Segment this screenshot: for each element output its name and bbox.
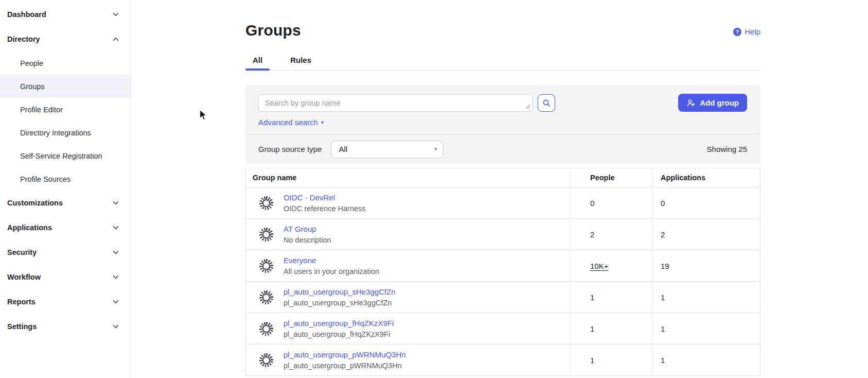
tab-bar: All Rules: [245, 51, 760, 71]
group-icon: [259, 196, 273, 210]
sidebar-item-label: Settings: [7, 322, 37, 331]
group-icon: [259, 322, 273, 336]
sidebar: Dashboard Directory People Groups Profil…: [0, 0, 131, 378]
sidebar-item-settings[interactable]: Settings: [0, 314, 131, 339]
group-name-link[interactable]: pl_auto_usergroup_sHe3ggCfZn: [284, 287, 396, 296]
applications-count: 1: [652, 282, 760, 313]
table-row: pl_auto_usergroup_sHe3ggCfZn pl_auto_use…: [246, 282, 760, 313]
search-icon: [542, 99, 551, 107]
chevron-down-icon: [112, 199, 119, 207]
group-name-link[interactable]: AT Group: [284, 225, 331, 233]
table-row: pl_auto_usergroup_pWRNMuQ3Hn pl_auto_use…: [246, 345, 760, 376]
group-name-link[interactable]: OIDC - DevRel: [284, 193, 366, 202]
chevron-up-icon: [112, 36, 119, 43]
help-label: Help: [745, 27, 760, 36]
table-header-row: Group name People Applications: [246, 168, 760, 187]
people-count: 2: [569, 219, 652, 250]
group-source-type-label: Group source type: [258, 145, 322, 153]
chevron-down-icon: [112, 249, 119, 256]
tab-all[interactable]: All: [245, 51, 270, 70]
sidebar-item-label: People: [20, 59, 43, 67]
table-row: pl_auto_usergroup_fHqZKzX9Fi pl_auto_use…: [246, 313, 760, 345]
add-group-icon: [686, 98, 696, 108]
sidebar-item-reports[interactable]: Reports: [0, 289, 131, 314]
page-title: Groups: [245, 22, 760, 39]
chevron-down-icon: [112, 224, 119, 231]
sidebar-item-dashboard[interactable]: Dashboard: [0, 2, 131, 27]
sidebar-item-label: Reports: [7, 298, 36, 306]
column-header-group-name: Group name: [246, 168, 569, 187]
people-count: 1: [569, 282, 652, 313]
sidebar-item-directory[interactable]: Directory: [0, 27, 131, 51]
caret-down-icon: ▾: [321, 119, 324, 125]
sidebar-item-label: Applications: [7, 224, 52, 232]
add-group-button[interactable]: Add group: [678, 94, 747, 112]
group-name-link[interactable]: pl_auto_usergroup_fHqZKzX9Fi: [284, 319, 394, 328]
advanced-search-link[interactable]: Advanced search ▾: [258, 118, 324, 127]
applications-count: 1: [652, 313, 760, 344]
sidebar-item-security[interactable]: Security: [0, 240, 131, 265]
dropdown-value: All: [339, 145, 347, 153]
chevron-down-icon: [112, 11, 119, 18]
applications-count: 1: [652, 345, 760, 375]
sidebar-item-applications[interactable]: Applications: [0, 215, 131, 240]
sidebar-item-label: Groups: [20, 82, 45, 91]
column-header-applications: Applications: [652, 168, 760, 187]
group-name-link[interactable]: pl_auto_usergroup_pWRNMuQ3Hn: [284, 350, 406, 359]
sidebar-item-label: Directory Integrations: [20, 129, 91, 137]
main-content: ? Help Groups All Rules Add group: [131, 0, 868, 378]
people-count: 0: [569, 187, 652, 218]
sidebar-item-workflow[interactable]: Workflow: [0, 265, 131, 289]
filter-row: Group source type All ▾ Showing 25: [245, 134, 760, 164]
group-icon: [259, 228, 273, 242]
sidebar-item-label: Security: [7, 248, 37, 256]
tab-rules[interactable]: Rules: [283, 51, 318, 70]
table-row: AT Group No description 2 2: [246, 219, 760, 250]
search-section: Add group Advanced search ▾: [245, 85, 760, 134]
sidebar-item-customizations[interactable]: Customizations: [0, 191, 131, 215]
table-row: OIDC - DevRel OIDC reference Harness 0 0: [246, 187, 760, 219]
search-button[interactable]: [538, 94, 555, 112]
sidebar-item-directory-integrations[interactable]: Directory Integrations: [0, 121, 131, 144]
advanced-search-label: Advanced search: [258, 118, 318, 127]
sidebar-item-label: Profile Editor: [20, 106, 63, 114]
sidebar-item-profile-sources[interactable]: Profile Sources: [0, 167, 131, 191]
sidebar-item-label: Customizations: [7, 199, 63, 207]
sidebar-item-label: Profile Sources: [20, 175, 70, 183]
chevron-down-icon: [112, 323, 119, 330]
sidebar-item-groups[interactable]: Groups: [0, 75, 131, 98]
search-input[interactable]: [258, 94, 533, 112]
applications-count: 19: [652, 250, 760, 281]
groups-table: Group name People Applications OIDC - De…: [245, 168, 760, 376]
group-description: pl_auto_usergroup_pWRNMuQ3Hn: [284, 362, 406, 370]
group-name-link[interactable]: Everyone: [284, 256, 379, 265]
filter-panel: Add group Advanced search ▾ Group source…: [245, 85, 760, 164]
column-header-people: People: [569, 168, 652, 187]
resize-grip-icon[interactable]: [525, 104, 530, 109]
applications-count: 2: [652, 219, 760, 250]
group-description: pl_auto_usergroup_fHqZKzX9Fi: [284, 330, 394, 338]
help-link[interactable]: ? Help: [733, 27, 760, 36]
group-icon: [259, 259, 273, 273]
group-description: pl_auto_usergroup_sHe3ggCfZn: [284, 299, 396, 307]
group-description: OIDC reference Harness: [284, 204, 366, 213]
add-group-label: Add group: [700, 98, 739, 107]
table-row: Everyone All users in your organization …: [246, 250, 760, 282]
people-count: 1: [569, 313, 652, 344]
applications-count: 0: [652, 187, 760, 218]
sidebar-item-people[interactable]: People: [0, 51, 131, 75]
group-description: All users in your organization: [284, 267, 379, 276]
group-source-type-select[interactable]: All ▾: [331, 141, 444, 158]
sidebar-item-label: Workflow: [7, 273, 41, 281]
chevron-down-icon: [112, 298, 119, 305]
sidebar-item-profile-editor[interactable]: Profile Editor: [0, 98, 131, 121]
sidebar-item-self-service-registration[interactable]: Self-Service Registration: [0, 144, 131, 167]
people-count: 1: [569, 345, 652, 375]
group-icon: [259, 353, 273, 367]
sidebar-item-label: Self-Service Registration: [20, 152, 102, 160]
sidebar-item-label: Directory: [7, 35, 40, 43]
showing-count: Showing 25: [707, 145, 747, 153]
chevron-down-icon: [112, 273, 119, 281]
people-count-link[interactable]: 10K+: [569, 250, 652, 281]
help-icon: ?: [733, 28, 741, 36]
